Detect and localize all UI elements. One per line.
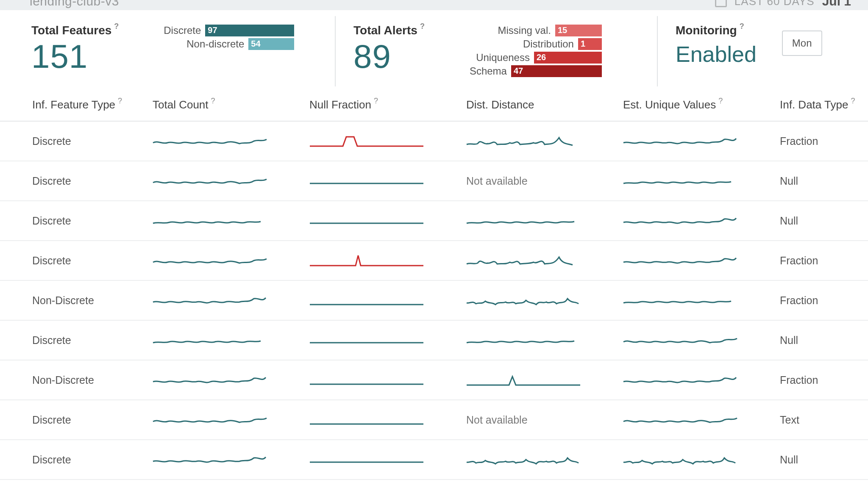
- sparkline[interactable]: [309, 412, 425, 427]
- cell-null-fraction: [309, 372, 466, 388]
- alerts-breakdown: Missing val.15Distribution1Uniqueness26S…: [443, 24, 602, 77]
- sparkline[interactable]: [466, 133, 581, 149]
- breakdown-bar[interactable]: 15: [555, 25, 602, 36]
- features-count: 151: [31, 40, 119, 73]
- card-total-features: Total Features ? 151 Discrete97Non-discr…: [14, 16, 336, 86]
- cell-unique-values: [623, 173, 780, 189]
- sparkline[interactable]: [623, 333, 738, 348]
- sparkline[interactable]: [309, 213, 425, 228]
- col-data-type[interactable]: Inf. Data Type?: [780, 98, 868, 111]
- table-row[interactable]: DiscreteNot availableText: [0, 400, 868, 440]
- table-row[interactable]: DiscreteNull: [0, 440, 868, 480]
- sparkline[interactable]: [623, 412, 738, 427]
- sparkline[interactable]: [153, 412, 268, 427]
- col-dist-distance[interactable]: Dist. Distance: [466, 98, 623, 111]
- sparkline[interactable]: [309, 173, 425, 189]
- sparkline[interactable]: [623, 133, 738, 149]
- sparkline[interactable]: [466, 253, 581, 268]
- alerts-title: Total Alerts: [353, 24, 417, 37]
- cell-feature-type: Discrete: [32, 255, 153, 267]
- monitoring-button[interactable]: Mon: [782, 30, 822, 56]
- cell-null-fraction: [309, 253, 466, 268]
- alerts-count: 89: [353, 40, 425, 73]
- sparkline[interactable]: [623, 293, 738, 308]
- sparkline[interactable]: [153, 293, 268, 308]
- cell-unique-values: [623, 372, 780, 388]
- help-icon[interactable]: ?: [718, 97, 723, 105]
- cell-unique-values: [623, 133, 780, 149]
- help-icon[interactable]: ?: [740, 22, 744, 31]
- monitoring-title: Monitoring: [676, 24, 737, 37]
- sparkline[interactable]: [153, 133, 268, 149]
- sparkline[interactable]: [309, 372, 425, 388]
- cell-dist-distance: [466, 333, 623, 348]
- breakdown-bar[interactable]: 54: [248, 38, 294, 50]
- cell-feature-type: Discrete: [32, 334, 153, 347]
- not-available-label: Not available: [466, 414, 528, 426]
- help-icon[interactable]: ?: [374, 97, 378, 105]
- cell-dist-distance: [466, 253, 623, 268]
- calendar-icon[interactable]: [715, 0, 727, 7]
- table-row[interactable]: DiscreteNull: [0, 201, 868, 241]
- sparkline[interactable]: [153, 333, 268, 348]
- breadcrumb[interactable]: lending-club-v3: [30, 0, 119, 8]
- sparkline[interactable]: [153, 452, 268, 467]
- date-selected[interactable]: Jul 1: [822, 0, 851, 8]
- sparkline[interactable]: [623, 452, 738, 467]
- sparkline[interactable]: [309, 133, 425, 149]
- cell-total-count: [153, 253, 309, 268]
- cell-unique-values: [623, 293, 780, 308]
- table-row[interactable]: DiscreteNot availableNull: [0, 161, 868, 201]
- table-row[interactable]: Non-DiscreteFraction: [0, 360, 868, 400]
- breakdown-bar[interactable]: 47: [511, 65, 602, 77]
- table-row[interactable]: DiscreteNull: [0, 321, 868, 360]
- col-unique-values[interactable]: Est. Unique Values?: [623, 98, 780, 111]
- cell-data-type: Null: [780, 215, 868, 227]
- cell-unique-values: [623, 412, 780, 427]
- sparkline[interactable]: [153, 213, 268, 228]
- sparkline[interactable]: [466, 452, 581, 467]
- table-row[interactable]: DiscreteFraction: [0, 122, 868, 161]
- not-available-label: Not available: [466, 175, 528, 187]
- sparkline[interactable]: [309, 452, 425, 467]
- cell-feature-type: Discrete: [32, 215, 153, 227]
- sparkline[interactable]: [466, 293, 581, 308]
- sparkline[interactable]: [153, 173, 268, 189]
- sparkline[interactable]: [623, 372, 738, 388]
- cell-feature-type: Discrete: [32, 414, 153, 426]
- sparkline[interactable]: [623, 213, 738, 228]
- sparkline[interactable]: [623, 253, 738, 268]
- sparkline[interactable]: [153, 253, 268, 268]
- cell-null-fraction: [309, 213, 466, 228]
- col-total-count[interactable]: Total Count?: [153, 98, 309, 111]
- sparkline[interactable]: [309, 293, 425, 308]
- table-row[interactable]: Non-DiscreteFraction: [0, 281, 868, 321]
- col-feature-type[interactable]: Inf. Feature Type?: [32, 98, 153, 111]
- help-icon[interactable]: ?: [114, 22, 119, 31]
- breakdown-label: Non-discrete: [181, 38, 244, 50]
- cell-feature-type: Non-Discrete: [32, 374, 153, 386]
- cell-null-fraction: [309, 133, 466, 149]
- sparkline[interactable]: [466, 333, 581, 348]
- help-icon[interactable]: ?: [211, 97, 215, 105]
- help-icon[interactable]: ?: [420, 22, 425, 31]
- help-icon[interactable]: ?: [118, 97, 122, 105]
- sparkline[interactable]: [309, 333, 425, 348]
- breakdown-bar[interactable]: 1: [578, 38, 602, 50]
- breakdown-bar[interactable]: 97: [205, 25, 294, 36]
- col-null-fraction[interactable]: Null Fraction?: [309, 98, 466, 111]
- sparkline[interactable]: [623, 173, 738, 189]
- breakdown-bar[interactable]: 26: [534, 52, 602, 64]
- cell-feature-type: Non-Discrete: [32, 294, 153, 307]
- sparkline[interactable]: [153, 372, 268, 388]
- table-row[interactable]: DiscreteFraction: [0, 241, 868, 281]
- cell-data-type: Fraction: [780, 255, 868, 267]
- cell-total-count: [153, 412, 309, 427]
- help-icon[interactable]: ?: [851, 97, 855, 105]
- sparkline[interactable]: [466, 213, 581, 228]
- breakdown-label: Schema: [443, 65, 507, 77]
- cell-total-count: [153, 213, 309, 228]
- sparkline[interactable]: [309, 253, 425, 268]
- sparkline[interactable]: [466, 372, 581, 388]
- cell-data-type: Fraction: [780, 294, 868, 307]
